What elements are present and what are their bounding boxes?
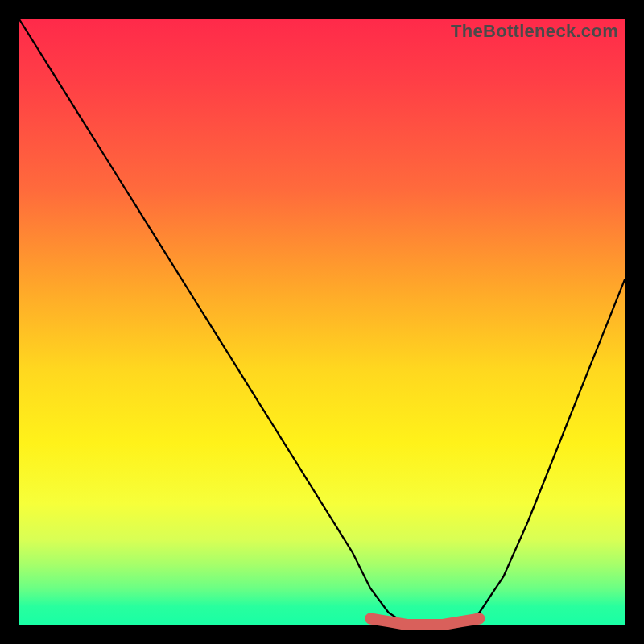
optimal-range-highlight <box>370 619 479 625</box>
curve-svg <box>19 19 625 625</box>
bottleneck-curve-line <box>19 19 625 625</box>
plot-area: TheBottleneck.com <box>19 19 625 625</box>
chart-frame: TheBottleneck.com <box>0 0 644 644</box>
